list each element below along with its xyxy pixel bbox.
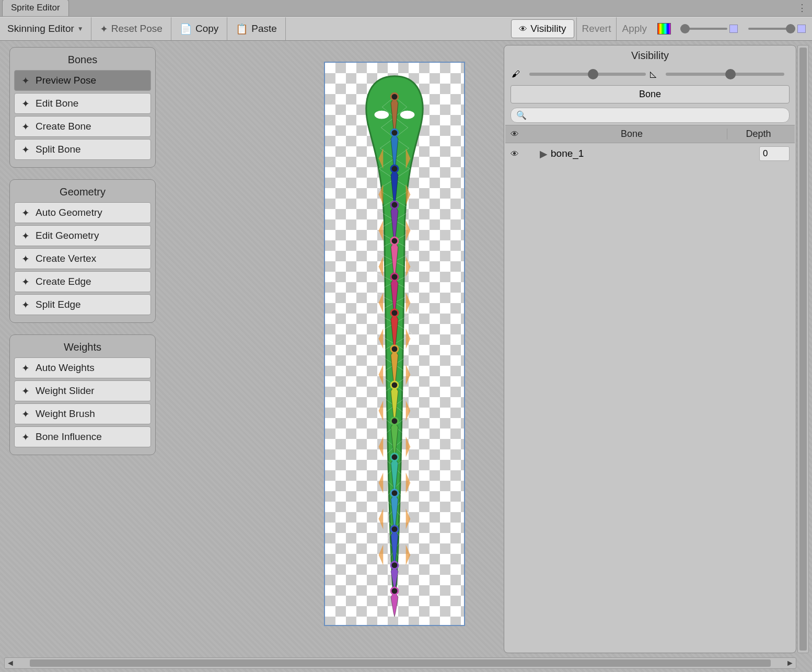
apply-button[interactable]: Apply [616,17,652,40]
tool-icon: ✦ [20,144,31,155]
bone-influence-button[interactable]: ✦Bone Influence [14,426,151,447]
preview-pose-button[interactable]: ✦Preview Pose [14,70,151,91]
tool-icon: ✦ [20,207,31,218]
geometry-panel: Geometry ✦Auto Geometry✦Edit Geometry✦Cr… [9,179,156,323]
tool-label: Weight Slider [36,385,95,397]
svg-point-11 [391,418,398,425]
editor-canvas[interactable]: Bones ✦Preview Pose✦Edit Bone✦Create Bon… [0,41,812,672]
eye-icon [519,23,527,34]
tool-label: Edit Bone [36,98,78,109]
tab-sprite-editor[interactable]: Sprite Editor [2,0,69,16]
svg-point-10 [391,381,398,389]
tab-bar: Sprite Editor ⋮ [0,0,812,17]
tool-label: Auto Geometry [36,207,102,218]
slider-end-icon [729,25,738,33]
weight-slider-button[interactable]: ✦Weight Slider [14,380,151,401]
tab-overflow-icon[interactable]: ⋮ [797,2,808,14]
row-eye-icon[interactable] [511,148,519,159]
expand-icon[interactable]: ▶ [540,148,548,160]
paste-label: Paste [251,23,277,34]
paste-icon: 📋 [236,23,248,35]
bones-panel: Bones ✦Preview Pose✦Edit Bone✦Create Bon… [9,47,156,168]
horizontal-scrollbar[interactable]: ◄ ► [4,657,796,669]
bone-search-input[interactable] [530,111,784,120]
scroll-right-icon[interactable]: ► [784,658,796,668]
bones-title: Bones [14,52,151,70]
svg-point-13 [391,490,398,497]
reset-pose-label: Reset Pose [111,23,163,34]
paste-button[interactable]: 📋 Paste [227,17,286,40]
color-swatch[interactable] [657,23,671,34]
reset-pose-icon: ✦ [100,23,108,35]
tool-icon: ✦ [20,432,31,442]
split-edge-button[interactable]: ✦Split Edge [14,294,151,315]
weights-title: Weights [14,339,151,357]
create-vertex-button[interactable]: ✦Create Vertex [14,248,151,269]
svg-point-16 [391,587,398,595]
visibility-panel: Visibility 🖌 ◺ Bone 🔍 Bone Depth [504,45,796,653]
tool-icon: ✦ [20,409,31,419]
toolbar-slider-2[interactable] [744,17,812,40]
tool-label: Split Bone [36,144,81,155]
edit-geometry-button[interactable]: ✦Edit Geometry [14,225,151,246]
visibility-title: Visibility [505,47,795,65]
tool-label: Split Edge [36,299,81,310]
svg-point-14 [391,526,398,533]
tool-label: Edit Geometry [36,230,99,241]
depth-input[interactable] [759,146,790,161]
copy-icon: 📄 [180,23,192,35]
sprite-canvas[interactable] [324,62,465,626]
reset-pose-button[interactable]: ✦ Reset Pose [91,17,171,40]
tool-icon: ✦ [20,230,31,241]
tool-label: Create Bone [36,121,91,132]
tool-label: Auto Weights [36,362,95,374]
col-bone-label: Bone [537,129,727,140]
tool-label: Create Vertex [36,253,96,264]
toolbar-slider-1[interactable] [676,17,744,40]
geometry-title: Geometry [14,184,151,202]
svg-point-1 [400,111,415,119]
visibility-toggle[interactable]: Visibility [511,19,574,38]
copy-button[interactable]: 📄 Copy [171,17,227,40]
create-edge-button[interactable]: ✦Create Edge [14,271,151,292]
tool-label: Create Edge [36,276,91,287]
svg-point-0 [375,111,389,119]
col-depth-label: Depth [727,129,790,140]
svg-point-3 [391,129,398,136]
create-bone-button[interactable]: ✦Create Bone [14,116,151,137]
brush-icon: 🖌 [512,69,520,79]
tool-icon: ✦ [20,299,31,310]
tool-icon: ✦ [20,121,31,132]
tool-icon: ✦ [20,75,31,86]
vertical-scrollbar[interactable] [797,45,809,653]
svg-point-6 [391,237,398,245]
bone-opacity-slider[interactable]: 🖌 [512,69,650,79]
tool-label: Bone Influence [36,431,102,443]
tool-icon: ✦ [20,253,31,264]
bone-tab-button[interactable]: Bone [511,85,790,103]
weight-brush-button[interactable]: ✦Weight Brush [14,403,151,424]
weights-panel: Weights ✦Auto Weights✦Weight Slider✦Weig… [9,334,156,455]
mesh-opacity-slider[interactable]: ◺ [650,69,788,79]
bone-search[interactable]: 🔍 [511,108,790,123]
search-icon: 🔍 [516,110,527,120]
mode-dropdown[interactable]: Skinning Editor ▼ [0,17,91,40]
svg-point-15 [391,562,398,569]
svg-point-5 [391,201,398,208]
tool-icon: ✦ [20,386,31,396]
scroll-left-icon[interactable]: ◄ [5,658,16,668]
edit-bone-button[interactable]: ✦Edit Bone [14,93,151,114]
tool-icon: ✦ [20,363,31,373]
mesh-icon: ◺ [650,69,656,79]
dropdown-arrow-icon: ▼ [77,25,84,32]
tool-icon: ✦ [20,98,31,109]
auto-geometry-button[interactable]: ✦Auto Geometry [14,202,151,223]
auto-weights-button[interactable]: ✦Auto Weights [14,357,151,378]
visibility-label: Visibility [530,23,566,34]
tool-label: Weight Brush [36,408,95,420]
split-bone-button[interactable]: ✦Split Bone [14,139,151,160]
slider-end-icon [797,25,806,33]
revert-button[interactable]: Revert [576,17,617,40]
bone-row[interactable]: ▶ bone_1 [505,143,795,164]
svg-point-7 [391,273,398,281]
